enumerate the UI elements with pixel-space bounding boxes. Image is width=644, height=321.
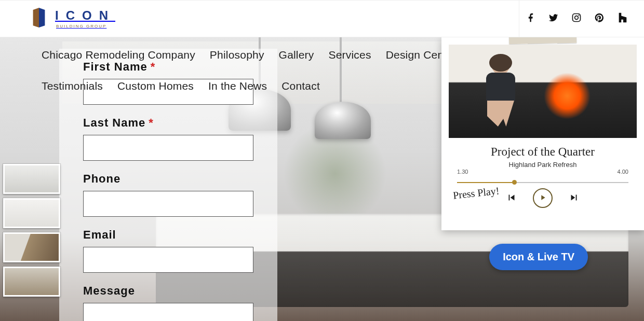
video-widget: Project of the Quarter Highland Park Ref… xyxy=(441,37,644,230)
hero: First Name* Last Name* Phone Email Messa… xyxy=(0,37,644,321)
bg-pendant xyxy=(315,102,371,139)
nav-testimonials[interactable]: Testimonials xyxy=(42,80,103,92)
thumbnail[interactable] xyxy=(3,232,60,262)
svg-point-4 xyxy=(579,15,580,16)
field-email: Email xyxy=(83,228,253,273)
svg-point-3 xyxy=(575,16,579,20)
twitter-icon xyxy=(548,12,559,25)
seek-bar[interactable] xyxy=(457,182,628,183)
widget-subtitle: Highland Park Refresh xyxy=(441,161,644,169)
top-bar: ICON BUILDING GROUP xyxy=(0,0,644,37)
thumbnail[interactable] xyxy=(3,164,60,194)
email-input[interactable] xyxy=(83,247,253,273)
field-phone: Phone xyxy=(83,172,253,217)
required-marker: * xyxy=(149,116,154,129)
nav-in-the-news[interactable]: In the News xyxy=(208,80,267,92)
field-last-name: Last Name* xyxy=(83,116,253,161)
pinterest-icon xyxy=(594,12,605,25)
video-thumbnail[interactable] xyxy=(449,45,637,138)
nav-services[interactable]: Services xyxy=(329,49,371,61)
facebook-link[interactable] xyxy=(526,12,536,25)
nav-chicago-remodeling[interactable]: Chicago Remodeling Company xyxy=(42,49,195,61)
svg-marker-1 xyxy=(39,8,45,27)
skip-previous-icon xyxy=(506,197,517,205)
nav-philosophy[interactable]: Philosophy xyxy=(210,49,264,61)
houzz-icon xyxy=(617,12,628,25)
logo-text: ICON BUILDING GROUP xyxy=(55,9,115,29)
houzz-link[interactable] xyxy=(617,12,628,25)
tape-decoration xyxy=(509,37,576,44)
social-links xyxy=(526,1,628,37)
player-controls: Press Play! xyxy=(441,188,644,208)
press-play-label: Press Play! xyxy=(452,186,500,200)
nav-gallery[interactable]: Gallery xyxy=(279,49,314,61)
gallery-thumbnails xyxy=(3,164,64,297)
logo[interactable]: ICON BUILDING GROUP xyxy=(29,8,115,30)
logo-icon xyxy=(29,8,49,30)
brand-subtitle: BUILDING GROUP xyxy=(56,24,115,29)
field-message: Message xyxy=(83,284,253,321)
twitter-link[interactable] xyxy=(548,12,559,25)
thumbnail[interactable] xyxy=(3,267,60,297)
next-button[interactable] xyxy=(568,192,580,205)
brand-name: ICON xyxy=(55,9,115,22)
time-total: 4.00 xyxy=(618,169,628,175)
message-label: Message xyxy=(83,284,253,298)
nav-custom-homes[interactable]: Custom Homes xyxy=(117,80,194,92)
last-name-label: Last Name* xyxy=(83,116,253,130)
nav-contact[interactable]: Contact xyxy=(281,80,320,92)
video-person xyxy=(480,57,521,135)
play-button[interactable] xyxy=(533,188,553,208)
widget-title: Project of the Quarter xyxy=(441,145,644,159)
divider xyxy=(519,1,519,37)
phone-input[interactable] xyxy=(83,191,253,217)
prev-button[interactable] xyxy=(506,192,517,205)
facebook-icon xyxy=(526,12,536,25)
message-input[interactable] xyxy=(83,303,253,321)
play-icon xyxy=(539,193,547,203)
time-labels: 1.30 4.00 xyxy=(457,169,628,175)
instagram-icon xyxy=(571,12,582,25)
last-name-input[interactable] xyxy=(83,135,253,161)
instagram-link[interactable] xyxy=(571,12,582,25)
time-current: 1.30 xyxy=(457,169,468,175)
live-tv-button[interactable]: Icon & Live TV xyxy=(489,244,588,270)
phone-label: Phone xyxy=(83,172,253,186)
email-label: Email xyxy=(83,228,253,242)
skip-next-icon xyxy=(568,197,580,205)
pinterest-link[interactable] xyxy=(594,12,605,25)
svg-marker-0 xyxy=(33,8,39,27)
thumbnail[interactable] xyxy=(3,198,60,228)
